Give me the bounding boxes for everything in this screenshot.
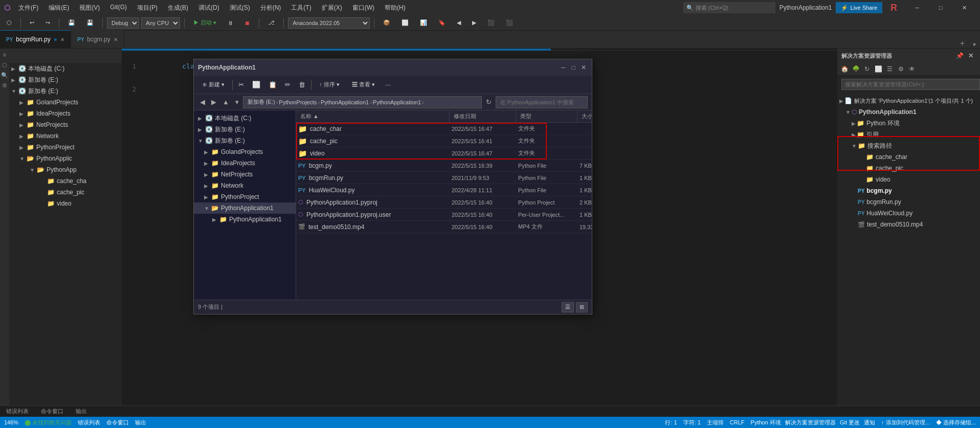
menu-project[interactable]: 项目(P): [135, 3, 160, 13]
fe-file-row-bcgmrun[interactable]: PY bcgmRun.py 2021/11/9 9:53 Python File…: [296, 172, 592, 184]
fe-col-name[interactable]: 名称 ▲: [296, 110, 450, 122]
fe-nav-e1[interactable]: ▶ 💽 新加卷 (E:): [194, 124, 296, 135]
tree-item-pythonapp[interactable]: ▼ 📂 PythonApp: [9, 164, 122, 175]
menu-build[interactable]: 生成(B): [166, 3, 190, 13]
fe-cut-button[interactable]: ✂: [236, 79, 247, 91]
toolbar-misc-2[interactable]: ⬜: [397, 17, 413, 29]
fe-nav-pythonproject[interactable]: ▶ 📁 PythonProject: [194, 191, 296, 202]
sol-bcgmrun[interactable]: PY bcgmRun.py: [837, 196, 980, 208]
fe-copy-button[interactable]: ⬜: [250, 79, 263, 91]
fe-file-row-bcgm[interactable]: PY bcgm.py 2022/5/15 16:39 Python File 7…: [296, 160, 592, 172]
fe-search-input[interactable]: [496, 96, 588, 108]
fe-nav-goland[interactable]: ▶ 📁 GolandProjects: [194, 146, 296, 157]
fe-back-btn[interactable]: ◀: [198, 97, 207, 107]
menu-test[interactable]: 测试(S): [228, 3, 252, 13]
fe-nav-e2[interactable]: ▼ 💽 新加卷 (E:): [194, 135, 296, 146]
close-button[interactable]: ✕: [952, 0, 976, 15]
bottom-tab-output[interactable]: 输出: [74, 407, 89, 416]
status-tab-notifications[interactable]: 通知: [864, 419, 875, 426]
rp-tree-btn[interactable]: 🌳: [851, 64, 861, 74]
search-bar[interactable]: 🔍 搜索 (Ctrl+Q): [683, 2, 775, 13]
activity-icon-2[interactable]: ⬡: [1, 61, 9, 69]
rp-props-btn[interactable]: ⚙: [896, 64, 906, 74]
fe-nav-pythonapplication[interactable]: ▼ 📂 PythonApplication1: [194, 202, 296, 214]
tree-item-e-1[interactable]: ▶ 💽 新加卷 (E:): [9, 74, 122, 85]
fe-file-row-pyprojuser[interactable]: ⬡ PythonApplication1.pyproj.user 2022/5/…: [296, 209, 592, 221]
status-encoding[interactable]: 主缩排: [707, 419, 724, 426]
rp-search-input[interactable]: [841, 79, 980, 90]
menu-extensions[interactable]: 扩展(X): [320, 3, 344, 13]
status-zoom[interactable]: 146%: [4, 419, 18, 425]
fe-list-view-btn[interactable]: ☰: [562, 302, 574, 312]
tree-item-pythonapplication[interactable]: ▼ 📂 PythonApplic: [9, 153, 122, 164]
fe-refresh-btn[interactable]: ↻: [484, 97, 494, 107]
live-share-button[interactable]: ⚡ ⚡ Live Share Live Share: [836, 2, 882, 13]
tab-bcgmrun[interactable]: PY bcgmRun.py ● ✕: [0, 30, 71, 48]
status-add-to-git[interactable]: ↑ 添加到代码管理...: [881, 419, 930, 426]
tree-item-pythonproject[interactable]: ▶ 📁 PythonProject: [9, 142, 122, 153]
tree-item-cachechar[interactable]: 📁 cache_cha: [9, 175, 122, 187]
sol-cachechar[interactable]: 📁 cache_char: [837, 151, 980, 163]
restore-button[interactable]: □: [929, 0, 952, 15]
file-explorer-dialog[interactable]: PythonApplication1 ─ □ ✕ ⊕ 新建 ▾ ✂ ⬜ 📋 ✏ …: [193, 59, 592, 314]
tab-close-2[interactable]: ✕: [114, 37, 118, 42]
sol-project[interactable]: ▼ ⬡ PythonApplication1: [837, 106, 980, 118]
fe-close-btn[interactable]: ✕: [580, 63, 588, 72]
fe-up-btn[interactable]: ▲: [220, 97, 231, 107]
sol-video[interactable]: 📁 video: [837, 174, 980, 185]
tab-bcgm[interactable]: PY bcgm.py ✕: [71, 30, 124, 48]
bottom-tab-cmd[interactable]: 命令窗口: [39, 407, 65, 416]
status-error-list[interactable]: 错误列表: [78, 419, 100, 426]
status-cmd[interactable]: 命令窗口: [106, 419, 129, 426]
activity-icon-4[interactable]: ⚙: [1, 81, 9, 89]
fe-delete-button[interactable]: 🗑: [296, 79, 308, 91]
fe-file-row-video[interactable]: 📁 video 2022/5/15 16:47 文件夹: [296, 147, 592, 160]
sol-mp4[interactable]: 🎬 test_demo0510.mp4: [837, 219, 980, 230]
sol-solution[interactable]: ▶ 📄 解决方案 'PythonApplication1'(1 个项目/共 1 …: [837, 95, 980, 106]
status-output[interactable]: 输出: [135, 419, 146, 426]
activity-icon-1[interactable]: ≡: [1, 51, 9, 59]
menu-window[interactable]: 窗口(W): [350, 3, 376, 13]
fe-nav-idea[interactable]: ▶ 📁 IdeaProjects: [194, 157, 296, 169]
toolbar-misc-5[interactable]: ◀: [452, 17, 465, 29]
sol-cachepic[interactable]: 📁 cache_pic: [837, 163, 980, 174]
minimize-button[interactable]: ─: [905, 0, 929, 15]
toolbar-misc-6[interactable]: ▶: [467, 17, 481, 29]
new-tab-button[interactable]: +: [956, 39, 969, 48]
fe-view-button[interactable]: ☰ 查看 ▾: [347, 79, 380, 91]
git-button[interactable]: ⎇: [263, 17, 279, 29]
undo-button[interactable]: ↩: [25, 17, 39, 29]
fe-nav-pa1[interactable]: ▶ 📁 PythonApplication1: [194, 214, 296, 225]
rp-preview-btn[interactable]: 👁: [907, 64, 917, 74]
sol-huawei[interactable]: PY HuaWeiCloud.py: [837, 208, 980, 219]
tree-item-network[interactable]: ▶ 📁 Network: [9, 130, 122, 142]
fe-file-row-mp4[interactable]: 🎬 test_demo0510.mp4 2022/5/15 16:40 MP4 …: [296, 221, 592, 233]
menu-file[interactable]: 文件(F): [16, 3, 40, 13]
menu-analyze[interactable]: 分析(N): [258, 3, 283, 13]
rp-filter-btn[interactable]: ☰: [884, 64, 895, 74]
fe-grid-view-btn[interactable]: ⊞: [576, 302, 588, 312]
fe-file-row-pyproj[interactable]: ⬡ PythonApplication1.pyproj 2022/5/15 16…: [296, 196, 592, 209]
pause-button[interactable]: ⏸: [223, 17, 238, 29]
fe-minimize-btn[interactable]: ─: [559, 63, 567, 72]
conda-dropdown[interactable]: Anaconda 2022.05: [288, 17, 370, 29]
fe-rename-button[interactable]: ✏: [282, 79, 293, 91]
platform-dropdown[interactable]: Any CPU: [141, 17, 180, 29]
rp-collapse-btn[interactable]: ⬜: [873, 64, 883, 74]
rp-pin-btn[interactable]: 📌: [954, 51, 965, 61]
redo-button[interactable]: ↪: [41, 17, 55, 29]
tree-item-net[interactable]: ▶ 📁 NetProjects: [9, 119, 122, 130]
fe-sort-button[interactable]: ↑ 排序 ▾: [315, 79, 344, 91]
status-tab-python-env[interactable]: Python 环境: [751, 419, 781, 426]
fe-nav-net[interactable]: ▶ 📁 NetProjects: [194, 169, 296, 180]
tree-item-local-c[interactable]: ▶ 💽 本地磁盘 (C:): [9, 63, 122, 74]
menu-edit[interactable]: 编辑(E): [47, 3, 71, 13]
menu-tools[interactable]: 工具(T): [289, 3, 313, 13]
fe-path-bar[interactable]: 新加卷 (E:) › PythonProjects › PythonApplic…: [243, 96, 482, 108]
tree-item-goland[interactable]: ▶ 📁 GolandProjects: [9, 97, 122, 108]
fe-nav-c[interactable]: ▶ 💽 本地磁盘 (C:): [194, 112, 296, 124]
fe-left-nav[interactable]: ▶ 💽 本地磁盘 (C:) ▶ 💽 新加卷 (E:) ▼ 💽 新加: [194, 110, 296, 300]
left-tree-view[interactable]: ▶ 💽 本地磁盘 (C:) ▶ 💽 新加卷 (E:) ▼ 💽 新加卷 (E:) …: [9, 63, 122, 406]
sol-searchpath[interactable]: ▼ 📁 搜索路径: [837, 140, 980, 151]
toolbar-icon-1[interactable]: ⬡: [2, 17, 16, 29]
